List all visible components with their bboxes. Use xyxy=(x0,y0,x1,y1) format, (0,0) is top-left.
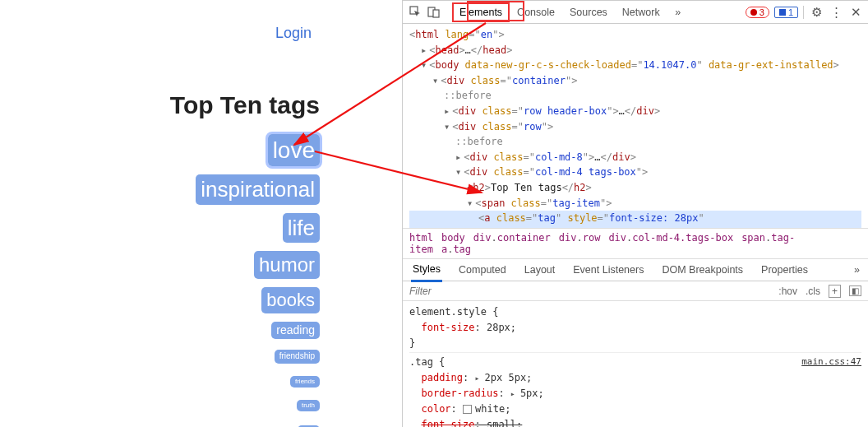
breadcrumb[interactable]: html xyxy=(409,232,433,244)
breadcrumb[interactable]: a.tag xyxy=(441,244,471,255)
svg-rect-2 xyxy=(433,10,439,17)
new-rule-button[interactable]: + xyxy=(829,285,841,298)
css-source-link[interactable]: main.css:47 xyxy=(801,355,861,369)
sidebar-toggle-icon[interactable]: ◧ xyxy=(849,285,861,296)
tag-inspirational[interactable]: inspirational xyxy=(196,174,320,205)
info-badge[interactable]: 1 xyxy=(774,7,798,18)
more-tabs-icon[interactable]: » xyxy=(671,5,686,20)
login-link[interactable]: Login xyxy=(275,25,312,42)
tag-life[interactable]: life xyxy=(283,213,320,244)
subtab-dom-breakpoints[interactable]: DOM Breakpoints xyxy=(660,259,745,281)
styles-subtabs: StylesComputedLayoutEvent ListenersDOM B… xyxy=(403,258,868,281)
devtools-tab-sources[interactable]: Sources xyxy=(562,2,615,22)
styles-pane[interactable]: element.style { font-size: 28px;}main.cs… xyxy=(403,301,868,427)
inspect-icon[interactable] xyxy=(408,5,422,20)
cls-toggle[interactable]: .cls xyxy=(806,285,820,297)
tag-humor[interactable]: humor xyxy=(254,251,320,279)
tag-books[interactable]: books xyxy=(261,287,320,313)
tag-friends[interactable]: friends xyxy=(290,376,320,388)
subtab-layout[interactable]: Layout xyxy=(523,259,557,281)
devtools-tab-elements[interactable]: Elements xyxy=(452,2,510,22)
more-subtabs-icon[interactable]: » xyxy=(854,264,860,276)
devtools-tab-network[interactable]: Network xyxy=(615,2,667,22)
subtab-event-listeners[interactable]: Event Listeners xyxy=(571,259,645,281)
breadcrumb[interactable]: body xyxy=(441,232,465,244)
tag-reading[interactable]: reading xyxy=(271,322,320,340)
device-toggle-icon[interactable] xyxy=(426,5,441,20)
kebab-icon[interactable]: ⋮ xyxy=(829,5,843,20)
styles-filter-input[interactable] xyxy=(409,285,574,297)
hov-toggle[interactable]: :hov xyxy=(778,285,797,297)
close-icon[interactable]: ✕ xyxy=(848,5,863,20)
subtab-properties[interactable]: Properties xyxy=(760,259,810,281)
devtools-panel: ElementsConsoleSourcesNetwork » 3 1 ⚙ ⋮ … xyxy=(403,0,868,427)
dom-breadcrumbs[interactable]: htmlbodydiv.containerdiv.rowdiv.col-md-4… xyxy=(403,228,868,258)
breadcrumb[interactable]: div.col-md-4.tags-box xyxy=(608,232,733,244)
page-preview: Login Top Ten tags loveinspirationallife… xyxy=(0,0,403,427)
tag-love[interactable]: love xyxy=(268,134,320,166)
devtools-toolbar: ElementsConsoleSourcesNetwork » 3 1 ⚙ ⋮ … xyxy=(403,1,868,24)
styles-filter-bar: :hov .cls + ◧ xyxy=(403,281,868,301)
subtab-styles[interactable]: Styles xyxy=(411,258,442,282)
dom-tree[interactable]: <html lang="en">▸<head>…</head>▾<body da… xyxy=(403,24,868,228)
tag-truth[interactable]: truth xyxy=(297,400,320,411)
devtools-tab-console[interactable]: Console xyxy=(510,2,562,22)
gear-icon[interactable]: ⚙ xyxy=(809,5,824,20)
subtab-computed[interactable]: Computed xyxy=(457,259,508,281)
tag-friendship[interactable]: friendship xyxy=(275,350,320,364)
tags-title: Top Ten tags xyxy=(170,91,320,119)
breadcrumb[interactable]: div.container xyxy=(473,232,551,244)
breadcrumb[interactable]: div.row xyxy=(559,232,601,244)
error-badge[interactable]: 3 xyxy=(746,7,769,18)
